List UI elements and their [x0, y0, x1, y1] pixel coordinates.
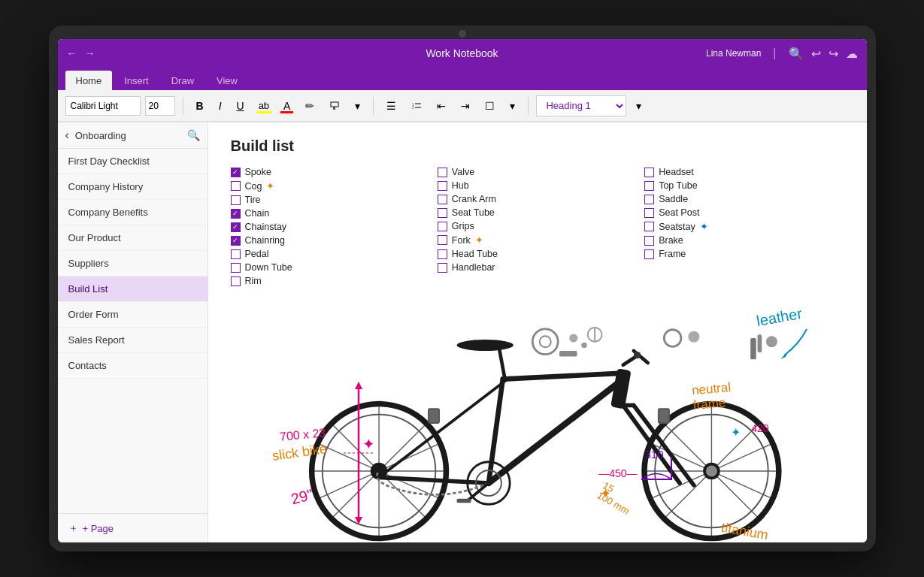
checkbox-saddle[interactable] — [644, 195, 654, 204]
check-brake[interactable]: Brake — [644, 234, 844, 247]
checkbox-brake[interactable] — [644, 236, 654, 246]
format-painter[interactable] — [324, 96, 345, 116]
tab-insert[interactable]: Insert — [114, 71, 159, 90]
checkbox-grips[interactable] — [438, 222, 447, 231]
sidebar-search-icon[interactable]: 🔍 — [187, 129, 200, 141]
check-rim[interactable]: Rim — [231, 274, 430, 288]
check-handlebar[interactable]: Handlebar — [438, 261, 637, 274]
checkbox-button[interactable]: ☐ — [480, 96, 500, 116]
checkbox-frame[interactable] — [644, 249, 654, 259]
checkbox-handlebar[interactable] — [438, 263, 447, 273]
checkbox-hub[interactable] — [438, 181, 447, 191]
more-format-button[interactable]: ▾ — [350, 96, 365, 116]
checkbox-seatstay[interactable] — [644, 222, 654, 231]
sidebar-item-build-list[interactable]: Build List — [58, 276, 208, 302]
check-pedal[interactable]: Pedal — [231, 247, 430, 261]
font-selector[interactable] — [65, 96, 141, 116]
check-chainring[interactable]: Chainring — [231, 234, 430, 247]
check-tire[interactable]: Tire — [231, 193, 430, 207]
checkbox-head-tube[interactable] — [438, 249, 447, 259]
label-frame: Frame — [659, 249, 686, 259]
undo-icon[interactable]: ↩ — [811, 47, 821, 61]
decrease-indent[interactable]: ⇤ — [432, 96, 451, 116]
check-top-tube[interactable]: Top Tube — [644, 179, 844, 192]
check-saddle[interactable]: Saddle — [644, 192, 844, 206]
svg-rect-44 — [658, 409, 668, 423]
checkbox-fork[interactable] — [438, 235, 447, 245]
checklist-dropdown[interactable]: ▾ — [504, 96, 520, 116]
check-seat-tube[interactable]: Seat Tube — [438, 206, 637, 219]
sidebar-item-our-product[interactable]: Our Product — [58, 225, 208, 251]
label-seat-tube: Seat Tube — [452, 207, 495, 218]
checkbox-chainstay[interactable] — [231, 222, 241, 232]
checkbox-seat-tube[interactable] — [438, 208, 447, 218]
sidebar-item-contacts[interactable]: Contacts — [58, 353, 208, 379]
checkbox-pedal[interactable] — [231, 249, 241, 259]
label-spoke: Spoke — [245, 167, 271, 177]
check-head-tube[interactable]: Head Tube — [438, 247, 637, 261]
sidebar-item-suppliers[interactable]: Suppliers — [58, 251, 208, 276]
forward-button[interactable]: → — [85, 47, 95, 59]
tab-view[interactable]: View — [206, 71, 248, 90]
check-crank-arm[interactable]: Crank Arm — [438, 192, 637, 206]
sidebar-item-sales-report[interactable]: Sales Report — [58, 328, 208, 353]
add-page-button[interactable]: ＋ + Page — [58, 513, 208, 542]
sidebar-item-company-history[interactable]: Company History — [58, 174, 208, 200]
checkbox-chainring[interactable] — [231, 236, 241, 246]
checkbox-rim[interactable] — [231, 276, 241, 286]
bike-area: leather neutralframe slick bike 700 — [231, 295, 844, 542]
star-seatstay: ✦ — [700, 221, 708, 232]
checkbox-seat-post[interactable] — [644, 208, 654, 218]
italic-button[interactable]: I — [214, 96, 227, 116]
label-tire: Tire — [245, 195, 261, 205]
checkbox-spoke[interactable] — [231, 168, 241, 177]
check-grips[interactable]: Grips — [438, 219, 637, 233]
bullets-button[interactable]: ☰ — [381, 96, 401, 116]
tablet-frame: ← → Work Notebook Lina Newman | 🔍 ↩ ↪ ☁ … — [49, 26, 876, 551]
checkbox-valve[interactable] — [438, 168, 447, 177]
checkbox-cog[interactable] — [231, 181, 241, 191]
svg-rect-42 — [456, 499, 471, 503]
check-down-tube[interactable]: Down Tube — [231, 261, 430, 274]
checkbox-crank-arm[interactable] — [438, 195, 447, 204]
sidebar-item-first-day[interactable]: First Day Checklist — [58, 149, 208, 174]
font-color-button[interactable]: A — [278, 96, 295, 116]
checkbox-down-tube[interactable] — [231, 263, 241, 273]
check-seatstay[interactable]: Seatstay ✦ — [644, 219, 844, 234]
check-hub[interactable]: Hub — [438, 179, 637, 192]
checkbox-tire[interactable] — [231, 195, 241, 205]
check-chain[interactable]: Chain — [231, 207, 430, 220]
bold-button[interactable]: B — [191, 96, 209, 116]
tab-home[interactable]: Home — [65, 71, 113, 90]
redo-icon[interactable]: ↪ — [829, 47, 838, 61]
check-valve[interactable]: Valve — [438, 165, 637, 179]
sidebar-item-company-benefits[interactable]: Company Benefits — [58, 200, 208, 225]
checkbox-headset[interactable] — [644, 168, 654, 177]
check-fork[interactable]: Fork ✦ — [438, 233, 637, 247]
svg-text:2: 2 — [412, 105, 414, 110]
sidebar-back-button[interactable]: ‹ — [65, 128, 69, 142]
check-chainstay[interactable]: Chainstay — [231, 220, 430, 234]
search-icon[interactable]: 🔍 — [789, 47, 804, 61]
back-button[interactable]: ← — [67, 47, 77, 59]
heading-dropdown[interactable]: ▾ — [631, 96, 647, 116]
check-cog[interactable]: Cog ✦ — [231, 179, 430, 193]
checkbox-top-tube[interactable] — [644, 181, 654, 191]
cloud-icon[interactable]: ☁ — [846, 47, 858, 61]
eraser-button[interactable]: ✏ — [300, 96, 320, 116]
check-spoke[interactable]: Spoke — [231, 165, 430, 179]
underline-button[interactable]: U — [232, 96, 250, 116]
sidebar-item-order-form[interactable]: Order Form — [58, 302, 208, 328]
check-frame[interactable]: Frame — [644, 247, 844, 261]
font-size-input[interactable] — [145, 96, 175, 116]
check-headset[interactable]: Headset — [644, 165, 844, 179]
check-seat-post[interactable]: Seat Post — [644, 206, 844, 219]
highlight-button[interactable]: ab — [254, 96, 274, 116]
heading-selector[interactable]: Heading 1 Heading 2 Normal — [536, 95, 626, 116]
checkbox-chain[interactable] — [231, 209, 241, 219]
tab-draw[interactable]: Draw — [161, 71, 204, 90]
increase-indent[interactable]: ⇥ — [456, 96, 475, 116]
numbering-button[interactable]: 1 2 — [406, 96, 427, 116]
star-cog: ✦ — [266, 180, 274, 192]
label-down-tube: Down Tube — [245, 262, 292, 273]
